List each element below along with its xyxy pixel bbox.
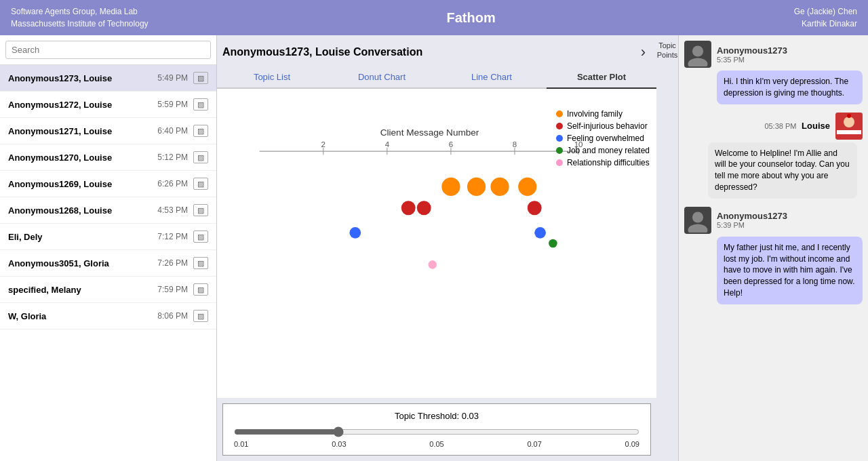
conv-icon[interactable]: ▨ <box>193 178 208 190</box>
svg-rect-18 <box>837 130 861 134</box>
conv-icon[interactable]: ▨ <box>193 310 208 322</box>
dot-blue-2 <box>534 227 546 239</box>
center-panel: Anonymous1273, Louise Conversation › Top… <box>217 35 656 461</box>
conversation-item[interactable]: Anonymous1270, Louise 5:12 PM ▨ <box>0 144 216 171</box>
conversation-item[interactable]: Anonymous1271, Louise 6:40 PM ▨ <box>0 118 216 144</box>
threshold-slider[interactable] <box>234 426 639 437</box>
dot-orange-4 <box>518 178 536 196</box>
conv-right: 7:12 PM ▨ <box>157 230 208 243</box>
header-institute: Massachusetts Institute of Technology <box>11 18 149 30</box>
legend-item: Self-injurious behavior <box>556 121 650 131</box>
chart-area: Client Message Number 2 4 6 8 10 <box>217 89 656 398</box>
conv-time: 4:53 PM <box>157 205 188 215</box>
forward-button[interactable]: › <box>641 43 646 61</box>
chat-sender: Anonymous1273 <box>717 45 787 56</box>
conv-right: 8:06 PM ▨ <box>157 310 208 322</box>
conv-icon[interactable]: ▨ <box>193 204 208 216</box>
conv-right: 6:26 PM ▨ <box>157 178 208 190</box>
conv-time: 7:26 PM <box>157 258 188 268</box>
legend-label: Involving family <box>567 109 623 119</box>
conv-icon[interactable]: ▨ <box>193 72 208 84</box>
chat-name-time: Anonymous1273 5:39 PM <box>717 211 787 229</box>
header-org: Software Agents Group, Media Lab <box>11 5 149 18</box>
chat-header: Anonymous1273 5:35 PM <box>684 41 863 68</box>
chat-sender: Anonymous1273 <box>717 211 787 221</box>
conversation-item[interactable]: Anonymous1268, Louise 4:53 PM ▨ <box>0 197 216 224</box>
conv-icon[interactable]: ▨ <box>193 151 208 163</box>
legend-dot <box>556 123 563 129</box>
conversation-item[interactable]: Anonymous1273, Louise 5:49 PM ▨ <box>0 65 216 92</box>
threshold-title: Topic Threshold: 0.03 <box>234 411 639 421</box>
sidebar: Anonymous1273, Louise 5:49 PM ▨ Anonymou… <box>0 35 217 461</box>
header-title: Fathom <box>446 10 495 26</box>
conv-right: 7:59 PM ▨ <box>157 283 208 296</box>
conversation-item[interactable]: specified, Melany 7:59 PM ▨ <box>0 277 216 303</box>
conversation-item[interactable]: Anonymous1272, Louise 5:59 PM ▨ <box>0 92 216 118</box>
legend-dot <box>556 135 563 142</box>
header: Software Agents Group, Media Lab Massach… <box>0 0 868 35</box>
svg-point-21 <box>692 212 703 222</box>
conversation-item[interactable]: Eli, Dely 7:12 PM ▨ <box>0 224 216 250</box>
legend-dot <box>556 111 563 117</box>
topic-points-label: Topic Points <box>656 41 678 60</box>
conv-name: specified, Melany <box>8 285 81 295</box>
slider-tick: 0.03 <box>332 440 346 448</box>
search-box <box>0 35 216 65</box>
dot-red-3 <box>528 201 542 215</box>
tab-line-chart[interactable]: Line Chart <box>437 66 547 89</box>
conv-icon[interactable]: ▨ <box>193 257 208 269</box>
dot-red-2 <box>417 201 431 215</box>
conversation-title: Anonymous1273, Louise Conversation › <box>217 35 656 66</box>
conversation-item[interactable]: Anonymous1269, Louise 6:26 PM ▨ <box>0 171 216 197</box>
chat-time: 05:38 PM <box>764 122 796 130</box>
conv-icon[interactable]: ▨ <box>193 283 208 296</box>
conv-icon[interactable]: ▨ <box>193 98 208 111</box>
chat-message-group: 05:38 PM Louise Welcome to Helpline! I'm… <box>684 113 863 199</box>
svg-point-12 <box>692 45 703 56</box>
conv-info: Anonymous1273, Louise <box>8 73 112 83</box>
dot-red-1 <box>401 201 416 215</box>
conv-name: Anonymous3051, Gloria <box>8 258 109 268</box>
svg-point-19 <box>847 114 851 118</box>
svg-text:2: 2 <box>321 140 326 148</box>
conv-name: Anonymous1270, Louise <box>8 153 112 163</box>
conv-icon[interactable]: ▨ <box>193 230 208 243</box>
chat-sender: Louise <box>802 121 830 131</box>
tab-bar: Topic ListDonut ChartLine ChartScatter P… <box>217 66 656 89</box>
conversation-item[interactable]: W, Gloria 8:06 PM ▨ <box>0 303 216 329</box>
topic-points-column: Topic Points <box>656 35 678 461</box>
chat-bubble: My father just hit me, and I recently lo… <box>717 237 863 304</box>
slider-tick: 0.07 <box>527 440 541 448</box>
x-axis-label: Client Message Number <box>380 127 479 138</box>
chat-panel: Anonymous1273 5:35 PM Hi. I thin kI'm ve… <box>678 35 868 461</box>
search-input[interactable] <box>5 41 211 59</box>
conversation-list: Anonymous1273, Louise 5:49 PM ▨ Anonymou… <box>0 65 216 461</box>
conv-time: 5:12 PM <box>157 153 188 162</box>
conv-name: Anonymous1272, Louise <box>8 100 112 110</box>
tab-donut-chart[interactable]: Donut Chart <box>327 66 437 89</box>
svg-text:8: 8 <box>513 140 517 148</box>
chat-time: 5:39 PM <box>717 221 787 229</box>
conv-name: W, Gloria <box>8 311 46 321</box>
dot-blue-1 <box>349 227 361 239</box>
conv-icon[interactable]: ▨ <box>193 125 208 137</box>
tab-scatter-plot[interactable]: Scatter Plot <box>547 66 656 89</box>
chat-name-time: Anonymous1273 5:35 PM <box>717 45 787 64</box>
svg-text:4: 4 <box>385 140 390 148</box>
conv-name: Anonymous1269, Louise <box>8 179 112 189</box>
header-person2: Karthik Dinakar <box>794 18 857 30</box>
conv-time: 8:06 PM <box>157 311 188 321</box>
conv-info: W, Gloria <box>8 311 46 321</box>
tab-topic-list[interactable]: Topic List <box>217 66 327 89</box>
chat-message-group: Anonymous1273 5:39 PM My father just hit… <box>684 207 863 304</box>
conv-info: Eli, Dely <box>8 232 43 242</box>
dot-pink-1 <box>428 260 437 269</box>
conv-info: Anonymous1272, Louise <box>8 100 112 110</box>
conversation-item[interactable]: Anonymous3051, Gloria 7:26 PM ▨ <box>0 250 216 277</box>
conv-time: 7:59 PM <box>157 285 188 294</box>
dot-orange-2 <box>467 178 486 196</box>
conv-time: 6:26 PM <box>157 179 188 188</box>
conv-info: Anonymous1271, Louise <box>8 126 112 136</box>
conv-right: 7:26 PM ▨ <box>157 257 208 269</box>
legend-item: Relationship difficulties <box>556 158 650 167</box>
